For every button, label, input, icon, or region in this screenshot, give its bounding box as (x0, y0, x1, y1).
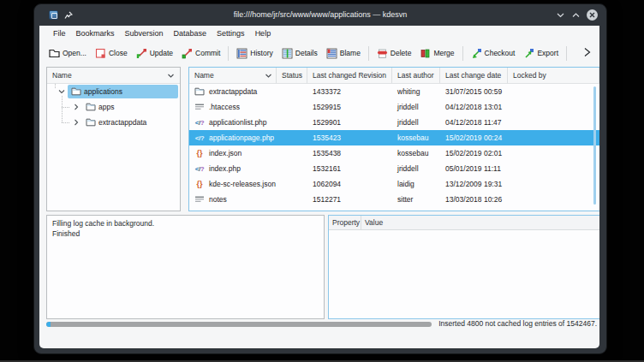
toolbar-separator (566, 46, 567, 61)
close-icon (95, 48, 106, 59)
file-row-applicationlist.php[interactable]: </?applicationlist.php1529901jriddell04/… (189, 115, 599, 130)
file-cell: sitter (392, 195, 440, 204)
details-icon (282, 48, 293, 59)
log-line: Filling log cache in background. (52, 218, 319, 228)
toolbar-button-label: Close (109, 49, 128, 57)
toolbar-button-label: Checkout (485, 49, 516, 57)
column-header-name[interactable]: Name (189, 68, 277, 84)
delete-button[interactable]: Delete (373, 45, 416, 62)
folder-file-icon (194, 86, 205, 97)
php-file-icon: </? (194, 163, 205, 174)
toolbar-button-label: Commit (195, 49, 220, 57)
file-row-extractappdata[interactable]: extractappdata1433372whiting31/07/2015 0… (189, 84, 599, 99)
checkout-button[interactable]: Checkout (467, 45, 520, 62)
column-header-last-author[interactable]: Last author (392, 68, 440, 84)
tree-item-label: applications (84, 87, 122, 96)
sort-arrow-icon[interactable] (265, 72, 272, 80)
text-file-icon (194, 102, 205, 112)
file-row-index.php[interactable]: </?index.php1532161jriddell05/01/2019 11… (189, 161, 599, 176)
file-row-applicationpage.php[interactable]: </?applicationpage.php1535423kossebau15/… (189, 130, 599, 145)
folder-icon (71, 86, 81, 98)
file-cell: laidig (392, 180, 440, 188)
file-list-header: NameStatusLast changed RevisionLast auth… (189, 68, 599, 84)
blame-button[interactable]: Blame (322, 45, 365, 62)
update-icon (136, 48, 147, 59)
toolbar-button-label: History (250, 49, 272, 57)
php-file-icon: </? (194, 117, 205, 128)
file-cell: 13/03/2018 10:26 (440, 195, 508, 204)
close-button[interactable] (587, 9, 598, 21)
open-button[interactable]: Open... (45, 45, 91, 62)
menu-settings[interactable]: Settings (212, 27, 250, 39)
maximize-button[interactable] (571, 10, 581, 20)
tree-header[interactable]: Name (47, 68, 180, 84)
file-name: extractappdata (209, 87, 257, 96)
merge-button[interactable]: Merge (415, 45, 458, 62)
toolbar-button-label: Delete (391, 49, 412, 57)
history-icon (236, 48, 247, 59)
vertical-scrollbar[interactable] (593, 86, 596, 205)
history-button[interactable]: History (232, 45, 277, 62)
file-row-.htaccess[interactable]: .htaccess1529915jriddell04/12/2018 13:01 (189, 99, 599, 115)
json-file-icon: {} (194, 148, 205, 158)
log-line: Finished (52, 228, 319, 239)
toolbar-button-label: Merge (433, 49, 454, 57)
commit-button[interactable]: Commit (177, 45, 224, 62)
file-row-notes[interactable]: notes1512271sitter13/03/2018 10:26 (189, 192, 599, 207)
window-title: file:///home/jr/src/www/www/applications… (86, 10, 555, 19)
kdesvn-window: file:///home/jr/src/www/www/applications… (33, 3, 607, 354)
export-button[interactable]: Export (519, 45, 563, 62)
file-name: applicationpage.php (209, 134, 274, 142)
file-row-index.json[interactable]: {}index.json1535438kossebau15/02/2019 02… (189, 145, 599, 161)
toolbar-button-label: Update (150, 49, 173, 57)
menu-bookmarks[interactable]: Bookmarks (71, 27, 120, 39)
progress-bar (46, 322, 432, 327)
tree-item-applications[interactable]: applications (47, 84, 180, 99)
toolbar-button-label: Blame (340, 49, 361, 57)
file-cell: 15/02/2019 02:01 (440, 149, 508, 157)
tree-header-label: Name (52, 71, 72, 80)
pin-icon (64, 11, 73, 20)
file-cell: 1535438 (307, 149, 392, 157)
update-button[interactable]: Update (132, 45, 177, 62)
titlebar[interactable]: file:///home/jr/src/www/www/applications… (34, 4, 606, 26)
folder-icon (86, 102, 96, 114)
column-header-locked-by[interactable]: Locked by (508, 68, 599, 84)
file-cell: whiting (392, 87, 440, 96)
file-cell: 1062094 (307, 180, 392, 188)
tree-header-sort-icon[interactable] (167, 72, 175, 80)
column-header-last-change-date[interactable]: Last change date (440, 68, 508, 84)
file-cell: 1529901 (307, 118, 392, 127)
toolbar-button-label: Details (295, 49, 318, 57)
file-cell: 1529915 (307, 103, 392, 111)
file-name: .htaccess (209, 103, 240, 111)
expand-arrow-icon[interactable] (73, 104, 80, 112)
toolbar-button-label: Open... (63, 49, 86, 57)
commit-icon (182, 48, 193, 59)
merge-icon (420, 48, 431, 59)
menu-help[interactable]: Help (250, 27, 277, 39)
file-cell: 05/01/2019 11:11 (440, 164, 508, 173)
file-cell: 04/12/2018 11:47 (440, 118, 508, 127)
value-column-header[interactable]: Value (361, 216, 383, 229)
close-button[interactable]: Close (91, 45, 132, 62)
expand-arrow-icon[interactable] (73, 119, 80, 128)
text-file-icon (194, 194, 205, 205)
file-cell: kossebau (392, 149, 440, 157)
column-header-last-changed-revision[interactable]: Last changed Revision (307, 68, 392, 84)
minimize-button[interactable] (556, 10, 565, 20)
file-cell: jriddell (392, 164, 440, 173)
property-column-header[interactable]: Property (329, 216, 361, 229)
properties-pane: Property Value (328, 215, 599, 319)
menu-subversion[interactable]: Subversion (120, 27, 169, 39)
toolbar-overflow-icon[interactable] (582, 46, 592, 58)
file-name: notes (209, 195, 227, 204)
column-header-status[interactable]: Status (277, 68, 307, 84)
details-button[interactable]: Details (277, 45, 322, 62)
blame-icon (326, 48, 337, 59)
file-row-kde-sc-releases.json[interactable]: {}kde-sc-releases.json1062094laidig13/12… (189, 176, 599, 192)
menu-database[interactable]: Database (169, 27, 212, 39)
file-name: index.json (209, 149, 242, 157)
export-icon (523, 48, 534, 59)
menu-file[interactable]: File (48, 27, 71, 39)
